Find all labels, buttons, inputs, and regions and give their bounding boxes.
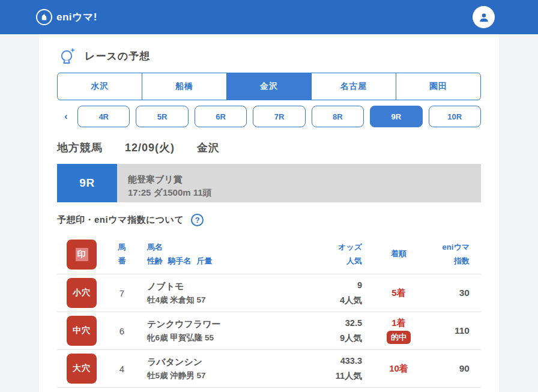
app-logo-text: eniウマ! [56, 10, 97, 24]
horse-number: 7 [106, 288, 138, 298]
header-horse-name: 馬名 性齢 騎手名 斤量 [138, 241, 282, 267]
race-title: 能登寒ブリ賞 [128, 174, 481, 185]
result-cell: 1着 的中 [362, 318, 435, 344]
help-icon[interactable]: ? [191, 214, 204, 226]
race-banner-body: 能登寒ブリ賞 17:25 ダ1500m 11頭 [117, 164, 481, 202]
venue-tab-bar: 水沢 船橋 金沢 名古屋 園田 [57, 73, 481, 100]
main-content-card: レースの予想 水沢 船橋 金沢 名古屋 園田 ‹ 4R 5R 6R 7R 8R … [39, 34, 499, 392]
horse-name: ノブトモ [147, 281, 282, 292]
horse-detail: 牝6歳 甲賀弘隆 55 [147, 333, 282, 343]
crystal-ball-icon [59, 47, 76, 65]
race-button-7r[interactable]: 7R [253, 106, 305, 127]
prediction-table: 印 馬 番 馬名 性齢 騎手名 斤量 オッズ 人気 着順 eniウマ 指数 小穴 [57, 235, 481, 388]
odds-cell: 9 4人気 [282, 278, 362, 307]
table-row: 小穴 7 ノブトモ 牡4歳 米倉知 57 9 4人気 5着 30 [57, 274, 481, 312]
popularity-value: 4人気 [282, 293, 362, 308]
mark-badge: 中穴 [67, 316, 97, 346]
header-eniuma-index: eniウマ 指数 [435, 241, 480, 267]
tab-sonoda[interactable]: 園田 [396, 73, 480, 100]
about-index-line: 予想印・eniウマ指数について ? [57, 214, 481, 226]
race-details: 17:25 ダ1500m 11頭 [128, 187, 481, 199]
horse-logo-icon [36, 9, 52, 25]
race-button-group: 4R 5R 6R 7R 8R 9R 10R [77, 106, 481, 127]
result-cell: 10着 [362, 363, 435, 375]
popularity-value: 11人気 [282, 369, 362, 384]
horse-name-cell: テンクウフラワー 牝6歳 甲賀弘隆 55 [138, 319, 282, 343]
chevron-left-icon[interactable]: ‹ [57, 110, 77, 122]
person-icon [477, 11, 491, 24]
odds-value: 433.3 [282, 354, 362, 369]
race-button-4r[interactable]: 4R [77, 106, 130, 127]
horse-name: テンクウフラワー [147, 319, 282, 330]
mark-header-badge: 印 [67, 240, 97, 270]
horse-detail: 牡5歳 沖静男 57 [147, 370, 282, 381]
top-navigation-bar: eniウマ! [0, 0, 538, 34]
header-mark: 印 [57, 240, 106, 270]
tab-kanazawa[interactable]: 金沢 [226, 73, 311, 100]
horse-name-cell: ラバタンシン 牡5歳 沖静男 57 [138, 357, 282, 381]
horse-detail: 牡4歳 米倉知 57 [147, 295, 282, 306]
race-date-label: 12/09(火) [125, 140, 175, 155]
race-button-5r[interactable]: 5R [136, 106, 188, 127]
table-row: 中穴 6 テンクウフラワー 牝6歳 甲賀弘隆 55 32.5 9人気 1着 的中… [57, 312, 481, 350]
odds-cell: 433.3 11人気 [282, 354, 362, 383]
race-venue-label: 金沢 [197, 140, 220, 155]
table-header-row: 印 馬 番 馬名 性齢 騎手名 斤量 オッズ 人気 着順 eniウマ 指数 [57, 235, 481, 274]
finish-position: 10着 [389, 363, 408, 375]
eniuma-index-value: 30 [435, 288, 480, 298]
race-button-10r[interactable]: 10R [429, 106, 481, 127]
eniuma-index-value: 90 [435, 363, 480, 374]
hit-badge: 的中 [387, 331, 411, 344]
tab-funabashi[interactable]: 船橋 [142, 73, 226, 100]
race-button-6r[interactable]: 6R [195, 106, 247, 127]
race-number-nav: ‹ 4R 5R 6R 7R 8R 9R 10R [57, 106, 481, 127]
odds-value: 9 [282, 278, 362, 293]
race-category-label: 地方競馬 [57, 140, 103, 155]
horse-name-cell: ノブトモ 牡4歳 米倉知 57 [138, 281, 282, 306]
section-heading: レースの予想 [57, 47, 481, 65]
finish-position: 1着 [391, 318, 405, 329]
header-result: 着順 [362, 247, 435, 261]
tab-mizusawa[interactable]: 水沢 [58, 73, 142, 100]
odds-cell: 32.5 9人気 [282, 316, 362, 345]
odds-value: 32.5 [282, 316, 362, 331]
mark-badge: 大穴 [67, 354, 97, 384]
race-date-line: 地方競馬 12/09(火) 金沢 [57, 140, 481, 155]
table-row: 大穴 4 ラバタンシン 牡5歳 沖静男 57 433.3 11人気 10着 90 [57, 350, 481, 388]
eniuma-index-value: 110 [435, 325, 480, 336]
race-button-9r[interactable]: 9R [370, 106, 422, 127]
race-banner: 9R 能登寒ブリ賞 17:25 ダ1500m 11頭 [57, 164, 481, 202]
finish-position: 5着 [391, 288, 405, 299]
about-index-label: 予想印・eniウマ指数について [57, 214, 184, 226]
horse-number: 6 [106, 326, 138, 336]
header-odds: オッズ 人気 [282, 241, 362, 267]
result-cell: 5着 [362, 288, 435, 299]
mark-badge: 小穴 [67, 278, 97, 308]
tab-nagoya[interactable]: 名古屋 [311, 73, 396, 100]
app-logo[interactable]: eniウマ! [36, 9, 97, 25]
user-avatar-button[interactable] [473, 6, 495, 28]
horse-name: ラバタンシン [147, 357, 282, 368]
race-number-badge: 9R [57, 164, 117, 202]
page-title: レースの予想 [85, 49, 150, 63]
popularity-value: 9人気 [282, 331, 362, 346]
header-horse-number: 馬 番 [106, 241, 138, 267]
race-button-8r[interactable]: 8R [312, 106, 364, 127]
horse-number: 4 [106, 364, 138, 374]
